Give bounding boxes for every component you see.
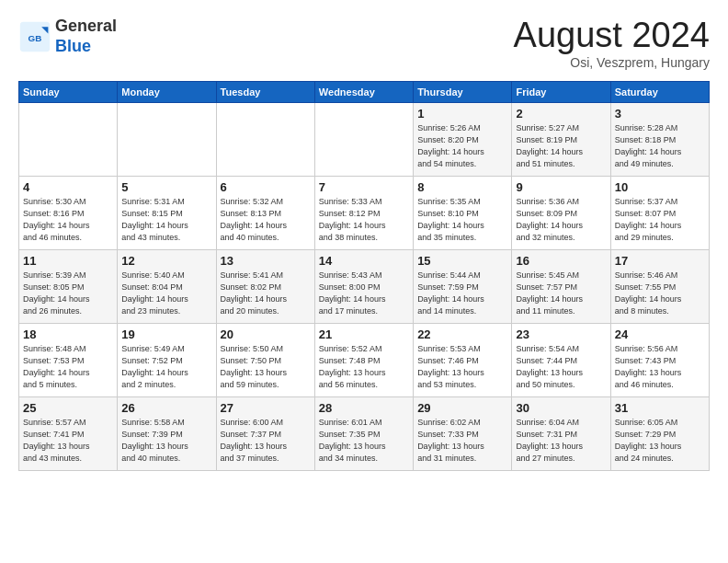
day-number: 23 — [516, 327, 606, 341]
day-cell: 27Sunrise: 6:00 AM Sunset: 7:37 PM Dayli… — [216, 396, 314, 470]
day-cell: 7Sunrise: 5:33 AM Sunset: 8:12 PM Daylig… — [314, 176, 413, 249]
header: GB General Blue August 2024 Osi, Veszpre… — [18, 17, 710, 70]
day-number: 28 — [319, 401, 409, 415]
weekday-header: Tuesday — [216, 81, 314, 102]
day-number: 7 — [319, 180, 409, 194]
day-number: 27 — [221, 401, 311, 415]
day-number: 25 — [23, 401, 113, 415]
day-number: 1 — [417, 107, 507, 121]
day-info: Sunrise: 5:28 AM Sunset: 8:18 PM Dayligh… — [615, 122, 705, 170]
day-info: Sunrise: 5:52 AM Sunset: 7:48 PM Dayligh… — [319, 343, 409, 391]
day-cell — [19, 102, 118, 176]
day-cell: 13Sunrise: 5:41 AM Sunset: 8:02 PM Dayli… — [216, 249, 314, 323]
day-cell: 14Sunrise: 5:43 AM Sunset: 8:00 PM Dayli… — [314, 249, 413, 323]
day-cell: 21Sunrise: 5:52 AM Sunset: 7:48 PM Dayli… — [314, 323, 413, 396]
svg-text:GB: GB — [28, 33, 42, 43]
day-number: 24 — [615, 327, 705, 341]
day-number: 14 — [319, 254, 409, 268]
day-number: 8 — [417, 180, 507, 194]
day-info: Sunrise: 5:50 AM Sunset: 7:50 PM Dayligh… — [221, 343, 311, 391]
day-info: Sunrise: 5:57 AM Sunset: 7:41 PM Dayligh… — [23, 417, 113, 465]
day-number: 17 — [615, 254, 705, 268]
day-number: 4 — [23, 180, 113, 194]
logo: GB General Blue — [18, 17, 117, 56]
day-number: 22 — [417, 327, 507, 341]
day-cell: 20Sunrise: 5:50 AM Sunset: 7:50 PM Dayli… — [216, 323, 314, 396]
day-info: Sunrise: 5:40 AM Sunset: 8:04 PM Dayligh… — [121, 270, 211, 317]
day-cell: 1Sunrise: 5:26 AM Sunset: 8:20 PM Daylig… — [414, 102, 512, 176]
day-info: Sunrise: 5:44 AM Sunset: 7:59 PM Dayligh… — [417, 270, 507, 317]
day-cell: 30Sunrise: 6:04 AM Sunset: 7:31 PM Dayli… — [512, 396, 610, 470]
title-block: August 2024 Osi, Veszprem, Hungary — [514, 17, 710, 70]
day-cell: 11Sunrise: 5:39 AM Sunset: 8:05 PM Dayli… — [19, 249, 118, 323]
day-info: Sunrise: 5:53 AM Sunset: 7:46 PM Dayligh… — [417, 343, 507, 391]
weekday-header: Thursday — [414, 81, 512, 102]
day-info: Sunrise: 5:36 AM Sunset: 8:09 PM Dayligh… — [516, 196, 606, 244]
week-row: 18Sunrise: 5:48 AM Sunset: 7:53 PM Dayli… — [19, 323, 710, 396]
day-cell: 6Sunrise: 5:32 AM Sunset: 8:13 PM Daylig… — [216, 176, 314, 249]
location: Osi, Veszprem, Hungary — [514, 55, 710, 70]
day-cell — [118, 102, 216, 176]
weekday-header: Sunday — [19, 81, 118, 102]
day-info: Sunrise: 6:05 AM Sunset: 7:29 PM Dayligh… — [615, 417, 705, 465]
weekday-header: Saturday — [610, 81, 709, 102]
day-number: 26 — [121, 401, 211, 415]
day-cell: 17Sunrise: 5:46 AM Sunset: 7:55 PM Dayli… — [610, 249, 709, 323]
weekday-header: Wednesday — [314, 81, 413, 102]
day-cell: 2Sunrise: 5:27 AM Sunset: 8:19 PM Daylig… — [512, 102, 610, 176]
day-info: Sunrise: 5:56 AM Sunset: 7:43 PM Dayligh… — [615, 343, 705, 391]
day-info: Sunrise: 6:04 AM Sunset: 7:31 PM Dayligh… — [516, 417, 606, 465]
day-number: 10 — [615, 180, 705, 194]
day-cell: 24Sunrise: 5:56 AM Sunset: 7:43 PM Dayli… — [610, 323, 709, 396]
day-info: Sunrise: 5:26 AM Sunset: 8:20 PM Dayligh… — [417, 122, 507, 170]
day-info: Sunrise: 5:54 AM Sunset: 7:44 PM Dayligh… — [516, 343, 606, 391]
day-cell: 15Sunrise: 5:44 AM Sunset: 7:59 PM Dayli… — [414, 249, 512, 323]
day-cell: 9Sunrise: 5:36 AM Sunset: 8:09 PM Daylig… — [512, 176, 610, 249]
day-number: 16 — [516, 254, 606, 268]
day-cell: 8Sunrise: 5:35 AM Sunset: 8:10 PM Daylig… — [414, 176, 512, 249]
day-cell: 16Sunrise: 5:45 AM Sunset: 7:57 PM Dayli… — [512, 249, 610, 323]
day-cell: 25Sunrise: 5:57 AM Sunset: 7:41 PM Dayli… — [19, 396, 118, 470]
day-cell: 3Sunrise: 5:28 AM Sunset: 8:18 PM Daylig… — [610, 102, 709, 176]
day-number: 3 — [615, 107, 705, 121]
week-row: 11Sunrise: 5:39 AM Sunset: 8:05 PM Dayli… — [19, 249, 710, 323]
day-cell: 23Sunrise: 5:54 AM Sunset: 7:44 PM Dayli… — [512, 323, 610, 396]
day-info: Sunrise: 5:58 AM Sunset: 7:39 PM Dayligh… — [121, 417, 211, 465]
day-cell: 5Sunrise: 5:31 AM Sunset: 8:15 PM Daylig… — [118, 176, 216, 249]
day-cell: 28Sunrise: 6:01 AM Sunset: 7:35 PM Dayli… — [314, 396, 413, 470]
logo-icon: GB — [18, 20, 51, 53]
day-number: 20 — [221, 327, 311, 341]
day-info: Sunrise: 6:02 AM Sunset: 7:33 PM Dayligh… — [417, 417, 507, 465]
day-cell — [216, 102, 314, 176]
day-number: 30 — [516, 401, 606, 415]
day-info: Sunrise: 5:30 AM Sunset: 8:16 PM Dayligh… — [23, 196, 113, 244]
day-number: 19 — [121, 327, 211, 341]
day-number: 6 — [221, 180, 311, 194]
day-cell — [314, 102, 413, 176]
day-number: 2 — [516, 107, 606, 121]
weekday-row: SundayMondayTuesdayWednesdayThursdayFrid… — [19, 81, 710, 102]
day-number: 13 — [221, 254, 311, 268]
day-info: Sunrise: 5:31 AM Sunset: 8:15 PM Dayligh… — [121, 196, 211, 244]
day-number: 31 — [615, 401, 705, 415]
day-info: Sunrise: 5:27 AM Sunset: 8:19 PM Dayligh… — [516, 122, 606, 170]
day-number: 11 — [23, 254, 113, 268]
day-cell: 29Sunrise: 6:02 AM Sunset: 7:33 PM Dayli… — [414, 396, 512, 470]
day-number: 21 — [319, 327, 409, 341]
day-number: 5 — [121, 180, 211, 194]
day-info: Sunrise: 5:39 AM Sunset: 8:05 PM Dayligh… — [23, 270, 113, 317]
weekday-header: Monday — [118, 81, 216, 102]
day-cell: 22Sunrise: 5:53 AM Sunset: 7:46 PM Dayli… — [414, 323, 512, 396]
day-info: Sunrise: 5:48 AM Sunset: 7:53 PM Dayligh… — [23, 343, 113, 391]
day-info: Sunrise: 5:46 AM Sunset: 7:55 PM Dayligh… — [615, 270, 705, 317]
logo-general-text: General — [55, 17, 117, 35]
day-info: Sunrise: 5:33 AM Sunset: 8:12 PM Dayligh… — [319, 196, 409, 244]
day-number: 12 — [121, 254, 211, 268]
calendar-header: SundayMondayTuesdayWednesdayThursdayFrid… — [19, 81, 710, 102]
page: GB General Blue August 2024 Osi, Veszpre… — [0, 0, 728, 480]
logo-blue-text: Blue — [55, 37, 91, 55]
day-info: Sunrise: 5:49 AM Sunset: 7:52 PM Dayligh… — [121, 343, 211, 391]
day-info: Sunrise: 5:45 AM Sunset: 7:57 PM Dayligh… — [516, 270, 606, 317]
day-info: Sunrise: 5:41 AM Sunset: 8:02 PM Dayligh… — [221, 270, 311, 317]
day-info: Sunrise: 6:01 AM Sunset: 7:35 PM Dayligh… — [319, 417, 409, 465]
